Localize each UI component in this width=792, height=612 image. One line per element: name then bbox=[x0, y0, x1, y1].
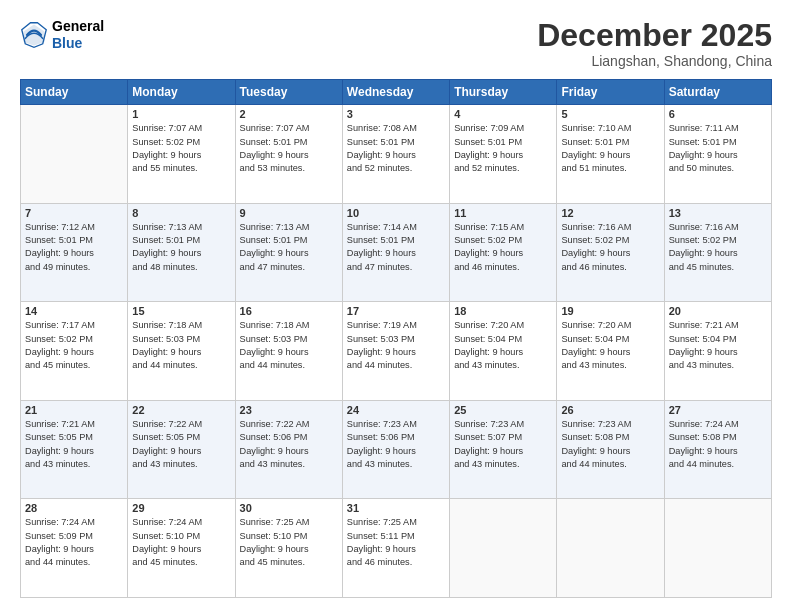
day-number: 15 bbox=[132, 305, 230, 317]
day-info: Sunrise: 7:25 AMSunset: 5:10 PMDaylight:… bbox=[240, 516, 338, 569]
day-info: Sunrise: 7:15 AMSunset: 5:02 PMDaylight:… bbox=[454, 221, 552, 274]
day-number: 13 bbox=[669, 207, 767, 219]
calendar-cell: 19Sunrise: 7:20 AMSunset: 5:04 PMDayligh… bbox=[557, 302, 664, 401]
calendar-cell: 8Sunrise: 7:13 AMSunset: 5:01 PMDaylight… bbox=[128, 203, 235, 302]
calendar-cell: 6Sunrise: 7:11 AMSunset: 5:01 PMDaylight… bbox=[664, 105, 771, 204]
calendar-cell: 27Sunrise: 7:24 AMSunset: 5:08 PMDayligh… bbox=[664, 400, 771, 499]
weekday-header-wednesday: Wednesday bbox=[342, 80, 449, 105]
day-number: 26 bbox=[561, 404, 659, 416]
calendar-header-row: SundayMondayTuesdayWednesdayThursdayFrid… bbox=[21, 80, 772, 105]
day-number: 23 bbox=[240, 404, 338, 416]
day-number: 20 bbox=[669, 305, 767, 317]
location: Liangshan, Shandong, China bbox=[537, 53, 772, 69]
calendar-cell: 3Sunrise: 7:08 AMSunset: 5:01 PMDaylight… bbox=[342, 105, 449, 204]
day-info: Sunrise: 7:21 AMSunset: 5:05 PMDaylight:… bbox=[25, 418, 123, 471]
calendar-cell: 31Sunrise: 7:25 AMSunset: 5:11 PMDayligh… bbox=[342, 499, 449, 598]
day-number: 9 bbox=[240, 207, 338, 219]
day-number: 1 bbox=[132, 108, 230, 120]
day-info: Sunrise: 7:25 AMSunset: 5:11 PMDaylight:… bbox=[347, 516, 445, 569]
day-number: 10 bbox=[347, 207, 445, 219]
calendar-table: SundayMondayTuesdayWednesdayThursdayFrid… bbox=[20, 79, 772, 598]
calendar-cell: 20Sunrise: 7:21 AMSunset: 5:04 PMDayligh… bbox=[664, 302, 771, 401]
day-info: Sunrise: 7:13 AMSunset: 5:01 PMDaylight:… bbox=[132, 221, 230, 274]
calendar-cell bbox=[664, 499, 771, 598]
calendar-cell: 12Sunrise: 7:16 AMSunset: 5:02 PMDayligh… bbox=[557, 203, 664, 302]
day-info: Sunrise: 7:20 AMSunset: 5:04 PMDaylight:… bbox=[454, 319, 552, 372]
day-number: 17 bbox=[347, 305, 445, 317]
weekday-header-tuesday: Tuesday bbox=[235, 80, 342, 105]
day-number: 5 bbox=[561, 108, 659, 120]
day-number: 2 bbox=[240, 108, 338, 120]
calendar-cell bbox=[21, 105, 128, 204]
day-info: Sunrise: 7:09 AMSunset: 5:01 PMDaylight:… bbox=[454, 122, 552, 175]
day-number: 28 bbox=[25, 502, 123, 514]
calendar-cell: 22Sunrise: 7:22 AMSunset: 5:05 PMDayligh… bbox=[128, 400, 235, 499]
day-number: 18 bbox=[454, 305, 552, 317]
page: General Blue December 2025 Liangshan, Sh… bbox=[0, 0, 792, 612]
day-info: Sunrise: 7:19 AMSunset: 5:03 PMDaylight:… bbox=[347, 319, 445, 372]
calendar-cell: 21Sunrise: 7:21 AMSunset: 5:05 PMDayligh… bbox=[21, 400, 128, 499]
day-number: 22 bbox=[132, 404, 230, 416]
calendar-cell: 5Sunrise: 7:10 AMSunset: 5:01 PMDaylight… bbox=[557, 105, 664, 204]
calendar-week-row: 28Sunrise: 7:24 AMSunset: 5:09 PMDayligh… bbox=[21, 499, 772, 598]
day-info: Sunrise: 7:10 AMSunset: 5:01 PMDaylight:… bbox=[561, 122, 659, 175]
calendar-cell: 26Sunrise: 7:23 AMSunset: 5:08 PMDayligh… bbox=[557, 400, 664, 499]
day-number: 16 bbox=[240, 305, 338, 317]
calendar-cell: 15Sunrise: 7:18 AMSunset: 5:03 PMDayligh… bbox=[128, 302, 235, 401]
calendar-cell: 16Sunrise: 7:18 AMSunset: 5:03 PMDayligh… bbox=[235, 302, 342, 401]
day-number: 27 bbox=[669, 404, 767, 416]
calendar-cell: 24Sunrise: 7:23 AMSunset: 5:06 PMDayligh… bbox=[342, 400, 449, 499]
day-info: Sunrise: 7:18 AMSunset: 5:03 PMDaylight:… bbox=[240, 319, 338, 372]
calendar-cell: 10Sunrise: 7:14 AMSunset: 5:01 PMDayligh… bbox=[342, 203, 449, 302]
day-info: Sunrise: 7:17 AMSunset: 5:02 PMDaylight:… bbox=[25, 319, 123, 372]
day-number: 3 bbox=[347, 108, 445, 120]
calendar-cell: 9Sunrise: 7:13 AMSunset: 5:01 PMDaylight… bbox=[235, 203, 342, 302]
calendar-week-row: 14Sunrise: 7:17 AMSunset: 5:02 PMDayligh… bbox=[21, 302, 772, 401]
day-info: Sunrise: 7:07 AMSunset: 5:01 PMDaylight:… bbox=[240, 122, 338, 175]
weekday-header-friday: Friday bbox=[557, 80, 664, 105]
calendar-cell: 17Sunrise: 7:19 AMSunset: 5:03 PMDayligh… bbox=[342, 302, 449, 401]
calendar-cell: 1Sunrise: 7:07 AMSunset: 5:02 PMDaylight… bbox=[128, 105, 235, 204]
logo-blue: Blue bbox=[52, 35, 104, 52]
logo: General Blue bbox=[20, 18, 104, 52]
day-number: 30 bbox=[240, 502, 338, 514]
day-info: Sunrise: 7:24 AMSunset: 5:09 PMDaylight:… bbox=[25, 516, 123, 569]
calendar-cell: 23Sunrise: 7:22 AMSunset: 5:06 PMDayligh… bbox=[235, 400, 342, 499]
weekday-header-thursday: Thursday bbox=[450, 80, 557, 105]
weekday-header-monday: Monday bbox=[128, 80, 235, 105]
calendar-cell bbox=[450, 499, 557, 598]
logo-icon bbox=[20, 21, 48, 49]
day-number: 19 bbox=[561, 305, 659, 317]
calendar-cell: 7Sunrise: 7:12 AMSunset: 5:01 PMDaylight… bbox=[21, 203, 128, 302]
calendar-cell: 2Sunrise: 7:07 AMSunset: 5:01 PMDaylight… bbox=[235, 105, 342, 204]
day-number: 7 bbox=[25, 207, 123, 219]
calendar-cell: 4Sunrise: 7:09 AMSunset: 5:01 PMDaylight… bbox=[450, 105, 557, 204]
day-number: 21 bbox=[25, 404, 123, 416]
logo-text: General Blue bbox=[52, 18, 104, 52]
day-info: Sunrise: 7:23 AMSunset: 5:06 PMDaylight:… bbox=[347, 418, 445, 471]
day-info: Sunrise: 7:16 AMSunset: 5:02 PMDaylight:… bbox=[561, 221, 659, 274]
day-info: Sunrise: 7:12 AMSunset: 5:01 PMDaylight:… bbox=[25, 221, 123, 274]
day-number: 4 bbox=[454, 108, 552, 120]
calendar-cell: 13Sunrise: 7:16 AMSunset: 5:02 PMDayligh… bbox=[664, 203, 771, 302]
day-info: Sunrise: 7:18 AMSunset: 5:03 PMDaylight:… bbox=[132, 319, 230, 372]
day-number: 14 bbox=[25, 305, 123, 317]
day-number: 29 bbox=[132, 502, 230, 514]
calendar-cell: 28Sunrise: 7:24 AMSunset: 5:09 PMDayligh… bbox=[21, 499, 128, 598]
title-block: December 2025 Liangshan, Shandong, China bbox=[537, 18, 772, 69]
day-number: 11 bbox=[454, 207, 552, 219]
calendar-cell: 11Sunrise: 7:15 AMSunset: 5:02 PMDayligh… bbox=[450, 203, 557, 302]
day-number: 6 bbox=[669, 108, 767, 120]
day-number: 25 bbox=[454, 404, 552, 416]
calendar-cell: 30Sunrise: 7:25 AMSunset: 5:10 PMDayligh… bbox=[235, 499, 342, 598]
day-number: 24 bbox=[347, 404, 445, 416]
logo-general: General bbox=[52, 18, 104, 35]
calendar-cell: 29Sunrise: 7:24 AMSunset: 5:10 PMDayligh… bbox=[128, 499, 235, 598]
day-info: Sunrise: 7:08 AMSunset: 5:01 PMDaylight:… bbox=[347, 122, 445, 175]
calendar-week-row: 21Sunrise: 7:21 AMSunset: 5:05 PMDayligh… bbox=[21, 400, 772, 499]
day-info: Sunrise: 7:22 AMSunset: 5:06 PMDaylight:… bbox=[240, 418, 338, 471]
day-number: 31 bbox=[347, 502, 445, 514]
day-info: Sunrise: 7:23 AMSunset: 5:07 PMDaylight:… bbox=[454, 418, 552, 471]
day-info: Sunrise: 7:24 AMSunset: 5:08 PMDaylight:… bbox=[669, 418, 767, 471]
day-info: Sunrise: 7:13 AMSunset: 5:01 PMDaylight:… bbox=[240, 221, 338, 274]
